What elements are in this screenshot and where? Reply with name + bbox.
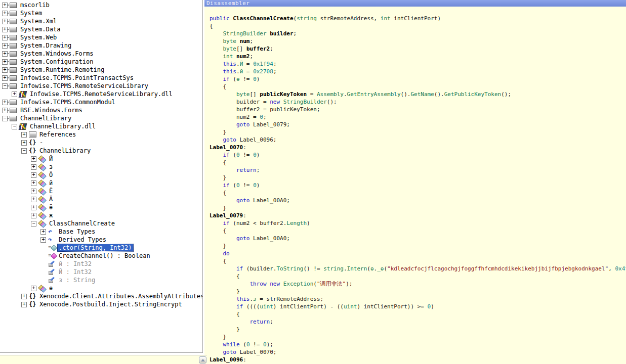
collapse-icon[interactable]: − (21, 148, 27, 154)
tree-item[interactable]: +Ä (0, 195, 202, 203)
tree-item[interactable]: .ctor(String, Int32) (0, 244, 202, 252)
code-segment: ; (273, 68, 277, 75)
code-segment: . (236, 68, 240, 75)
tree-item[interactable]: +Base Types (0, 228, 202, 236)
tree-item[interactable]: +ѳ (0, 284, 202, 292)
code-line: if (num2 < buffer2.Length) (210, 219, 626, 227)
expand-icon[interactable]: + (2, 43, 8, 49)
tree-item[interactable]: CreateChannel() : Boolean (0, 252, 202, 260)
tree-item[interactable]: +System.Windows.Forms (0, 50, 202, 58)
expander-slot: + (31, 205, 38, 210)
tree-item[interactable]: Й : Int32 (0, 268, 202, 276)
expander-slot: + (31, 180, 38, 186)
expand-icon[interactable]: + (31, 205, 36, 210)
tree-item[interactable]: +з (0, 163, 202, 171)
code-line: goto Label_00A0; (210, 235, 626, 242)
expand-icon[interactable]: + (2, 11, 8, 16)
tree-item[interactable]: −ChannelLibrary (0, 147, 202, 155)
expand-icon[interactable]: + (31, 213, 36, 218)
collapse-icon[interactable]: − (12, 124, 17, 129)
code-segment (210, 318, 249, 325)
expand-icon[interactable]: + (31, 180, 36, 186)
code-segment: != (240, 76, 254, 82)
expander-slot: + (21, 132, 29, 138)
code-segment: GetPublicKeyToken (444, 91, 502, 98)
tree-item[interactable]: −Infowise.TCPMS.RemoteServiceLibrary (0, 82, 202, 90)
tree-item[interactable]: +Xenocode.Client.Attributes.AssemblyAttr… (0, 292, 202, 300)
expand-icon[interactable]: + (2, 3, 8, 8)
expand-icon[interactable]: + (12, 92, 17, 97)
icon-slot (48, 253, 57, 259)
tree-item[interactable]: +ж (0, 211, 202, 219)
collapse-icon[interactable]: − (2, 116, 8, 121)
expand-icon[interactable]: + (21, 140, 27, 146)
tree-item[interactable]: +Infowise.TCPMS.PointTransactSys (0, 74, 202, 82)
expand-icon[interactable]: + (40, 229, 46, 235)
tree-item[interactable]: +System (0, 9, 202, 17)
code-segment: buffer2 = publicKeyToken; (210, 106, 320, 113)
tree-item[interactable]: −ClassChannelCreate (0, 219, 202, 228)
tree-item[interactable]: +- (0, 139, 202, 147)
code-segment: goto (236, 197, 250, 204)
tree-item[interactable]: +System.Runtime.Remoting (0, 66, 202, 74)
expand-icon[interactable]: + (2, 35, 8, 40)
tree-item[interactable]: з : String (0, 276, 202, 284)
code-line: this.з = strRemoteAddress; (210, 295, 626, 303)
code-segment: ) (257, 152, 260, 158)
expand-icon[interactable]: + (2, 100, 8, 105)
tree-item[interactable]: +System.Web (0, 33, 202, 41)
collapse-icon[interactable]: − (2, 83, 8, 89)
scroll-up-button[interactable] (199, 356, 206, 363)
tree-item[interactable]: +й (0, 179, 202, 187)
expand-icon[interactable]: + (2, 59, 8, 65)
tree-item[interactable]: +ӫ (0, 203, 202, 211)
code-segment: string (323, 265, 344, 272)
expand-icon[interactable]: + (31, 189, 36, 194)
code-segment: ; (257, 167, 260, 173)
tree-item[interactable]: +BSE.Windows.Forms (0, 106, 202, 114)
expand-icon[interactable]: + (21, 294, 27, 299)
tree-item[interactable]: +Ö (0, 171, 202, 179)
tree-item[interactable]: +Infowise.TCPMS.CommonModul (0, 98, 202, 106)
tree-item[interactable]: +Xenocode.Postbuild.Inject.StringEncrypt (0, 300, 202, 308)
code-segment: intClientPort) (391, 15, 441, 22)
code-segment (233, 53, 236, 60)
icon-slot (48, 228, 57, 235)
expand-icon[interactable]: + (40, 237, 46, 243)
expand-icon[interactable]: + (31, 164, 36, 170)
tree-item[interactable]: +References (0, 130, 202, 139)
expand-icon[interactable]: + (21, 132, 27, 138)
expand-icon[interactable]: + (31, 156, 36, 162)
code-segment: do (223, 250, 230, 257)
module-icon (19, 123, 27, 130)
tree-item[interactable]: +System.Data (0, 25, 202, 33)
expand-icon[interactable]: + (31, 197, 36, 202)
expander-slot: + (21, 140, 29, 146)
tree-item[interactable]: +Ё (0, 187, 202, 195)
tree-item[interactable]: −ChannelLibrary.dll (0, 122, 202, 130)
expand-icon[interactable]: + (31, 172, 36, 178)
tree-item[interactable]: +System.Configuration (0, 58, 202, 66)
tree-item[interactable]: +Infowise.TCPMS.RemoteServiceLibrary.dll (0, 90, 202, 98)
tree-item-label: System.Web (19, 34, 58, 41)
expand-icon[interactable]: + (31, 286, 36, 291)
tree-item[interactable]: й : Int32 (0, 260, 202, 268)
tree-item[interactable]: +Й (0, 155, 202, 163)
expand-icon[interactable]: + (2, 67, 8, 73)
expand-icon[interactable]: + (2, 75, 8, 81)
tree-item[interactable]: −ChannelLibrary (0, 114, 202, 122)
tree-item[interactable]: +mscorlib (0, 1, 202, 9)
code-segment: ѳ (236, 76, 240, 82)
tree-item[interactable]: +System.Xml (0, 17, 202, 25)
tree-item[interactable]: +System.Drawing (0, 41, 202, 50)
tree-item[interactable]: +Derived Types (0, 236, 202, 244)
expand-icon[interactable]: + (2, 19, 8, 24)
expand-icon[interactable]: + (2, 51, 8, 57)
collapse-icon[interactable]: − (31, 221, 36, 226)
expand-icon[interactable]: + (2, 108, 8, 113)
ctor-icon (48, 245, 56, 251)
expand-icon[interactable]: + (21, 302, 27, 307)
expand-icon[interactable]: + (2, 27, 8, 32)
assembly-icon (10, 83, 17, 89)
code-segment: 0x2708 (253, 68, 273, 75)
